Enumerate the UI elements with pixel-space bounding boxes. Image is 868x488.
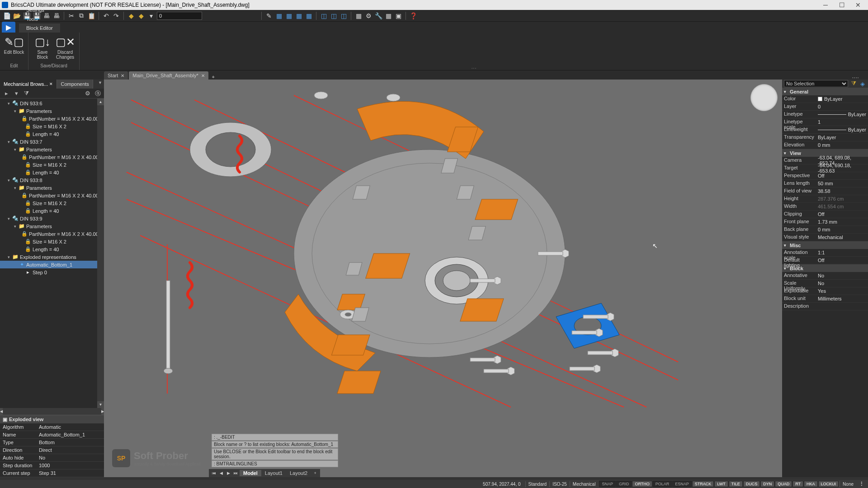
settings-icon[interactable]: ⚙ [364,12,373,20]
pen-icon[interactable]: ✎ [265,12,273,20]
perspective-icon[interactable]: ◫ [340,12,348,20]
property-row[interactable]: LineweightByLayer [782,126,868,134]
tree-node-step[interactable]: ▸Step 0 [0,268,104,276]
scroll-down-icon[interactable]: ▼ [97,401,104,408]
axis-gizmo[interactable]: Z Y X [240,80,782,432]
more-dots-icon[interactable]: .... [852,72,859,80]
property-row[interactable]: Block unitMillimeters [782,295,868,303]
property-row[interactable]: TypeBottom [0,439,104,446]
property-row[interactable]: AlgorithmAutomatic [0,423,104,431]
collapse-icon[interactable]: ▾ [784,266,788,271]
collapse-icon[interactable]: ▾ [6,178,11,183]
layout-tab[interactable]: Layout2 [286,470,311,476]
tree-filter-icon[interactable]: ⧩ [23,90,30,97]
status-toggle-ducs[interactable]: DUCS [743,481,760,487]
close-button[interactable]: ✕ [850,0,866,9]
cut-icon[interactable]: ✂ [67,12,75,20]
status-style[interactable]: Mechanical [570,481,599,487]
property-row[interactable]: Default lightingOff [782,257,868,264]
save-block-button[interactable]: ▢↓ Save Block [32,33,53,62]
property-row[interactable]: Linetype scale1 [782,118,868,126]
tree-node-param[interactable]: 🔒Length = 40 [0,169,104,176]
doc-tab[interactable]: Start✕ [104,71,128,80]
tree-node-param[interactable]: 🔒Length = 40 [0,207,104,215]
tree-node-group[interactable]: ▾📁Parameters [0,222,104,230]
collapse-icon[interactable]: ▾ [784,151,788,155]
filter-icon[interactable]: ⧩ [850,80,857,87]
layout-tab[interactable]: Layout1 [261,470,286,476]
status-toggle-esnap[interactable]: ESNAP [672,481,692,487]
status-toggle-strack[interactable]: STRACK [692,481,714,487]
status-toggle-snap[interactable]: SNAP [599,481,616,487]
property-row[interactable]: ExplodableYes [782,287,868,295]
property-row[interactable]: NameAutomatic_Bottom_1 [0,431,104,439]
open-icon[interactable]: 📂 [13,12,21,20]
grid-icon[interactable]: ▦ [305,12,313,20]
tree-node-param[interactable]: 🔒PartNumber = M16 X 2 X 40.0000 [0,192,104,199]
tree-node-param[interactable]: 🔒PartNumber = M16 X 2 X 40.0000 [0,115,104,122]
collapse-icon[interactable]: ▾ [6,255,11,259]
layer-state-icon[interactable]: ◆ [137,12,145,20]
paste-icon[interactable]: 📋 [87,12,95,20]
status-toggle-lockui[interactable]: LOCKUI [818,481,839,487]
3d-viewport[interactable]: ↖ Z Y X : ._-BEDIT Block name or ? to li… [104,80,782,477]
layout-first-icon[interactable]: ⏮ [211,470,217,476]
property-row[interactable]: PerspectiveOff [782,172,868,180]
layout-add-icon[interactable]: + [312,470,318,476]
undo-icon[interactable]: ↶ [102,12,110,20]
command-window[interactable]: : ._-BEDIT Block name or ? to list exist… [212,433,338,467]
status-toggle-hka[interactable]: HKA [804,481,818,487]
tree-node-group[interactable]: ▾📁Parameters [0,107,104,115]
layout-prev-icon[interactable]: ◀ [218,470,224,476]
wrench-icon[interactable]: 🔧 [374,12,382,20]
property-row[interactable]: Lens length50 mm [782,180,868,188]
copy-icon[interactable]: ⧉ [77,12,85,20]
scroll-up-icon[interactable]: ▲ [97,99,104,105]
ribbon-tab-block-editor[interactable]: Block Editor [19,23,60,33]
quick-select-icon[interactable]: ◈ [859,80,866,87]
property-row[interactable]: Field of view38.58 [782,188,868,195]
collapse-icon[interactable]: ▾ [13,224,17,229]
property-row[interactable]: DirectionDirect [0,446,104,454]
panel-tab[interactable]: Components [57,80,93,89]
tree-node-group[interactable]: ▾📁Parameters [0,145,104,153]
close-icon[interactable]: ✕ [201,73,205,78]
status-toggle-dyn[interactable]: DYN [760,481,774,487]
property-row[interactable]: AnnotativeNo [782,272,868,280]
props-section-header[interactable]: ▾General [782,88,868,95]
collapse-icon[interactable]: ▾ [13,109,17,113]
property-row[interactable]: Annotation scale1:1 [782,249,868,257]
scroll-left-icon[interactable]: ◀ [0,408,3,415]
property-row[interactable]: Back plane0 mm [782,226,868,234]
collapse-icon[interactable]: ▾ [6,216,11,221]
collapse-icon[interactable]: ▾ [6,101,11,106]
save-icon[interactable]: 💾 [23,12,31,20]
status-toggle-ortho[interactable]: ORTHO [632,481,652,487]
tree-node-param[interactable]: 🔒PartNumber = M16 X 2 X 40.0000 [0,153,104,161]
tree-node-param[interactable]: 🔒Size = M16 X 2 [0,122,104,130]
mechanical-browser-tree[interactable]: ▾🔩DIN 933:6▾📁Parameters🔒PartNumber = M16… [0,99,104,408]
property-row[interactable]: Current stepStep 31 [0,469,104,477]
layout-next-icon[interactable]: ▶ [225,470,231,476]
property-row[interactable]: Step duration1000 [0,462,104,469]
table-icon[interactable]: ▦ [384,12,392,20]
property-row[interactable]: ColorByLayer [782,95,868,103]
property-row[interactable]: Front plane1.73 mm [782,218,868,226]
tree-node-comp[interactable]: ▾🔩DIN 933:6 [0,99,104,107]
property-row[interactable]: Description [782,303,868,310]
property-row[interactable]: Elevation0 mm [782,141,868,149]
help-icon[interactable]: ❓ [409,12,417,20]
tree-expand-icon[interactable]: ▸ [3,90,10,97]
collapse-icon[interactable]: ▾ [784,243,788,248]
pattern-icon[interactable]: ▦ [295,12,303,20]
status-toggle-quad[interactable]: QUAD [775,481,792,487]
align-icon[interactable]: ▦ [275,12,283,20]
property-row[interactable]: Auto hideNo [0,454,104,462]
tree-search-icon[interactable]: ⓐ [94,90,101,97]
close-icon[interactable]: ✕ [49,82,53,86]
tree-node-param[interactable]: 🔒Length = 40 [0,130,104,138]
collapse-icon[interactable]: ▾ [13,186,17,190]
property-row[interactable]: Target-64.04, 690.18, -653.63 [782,164,868,172]
redo-icon[interactable]: ↷ [112,12,120,20]
status-toggle-lwt[interactable]: LWT [714,481,728,487]
